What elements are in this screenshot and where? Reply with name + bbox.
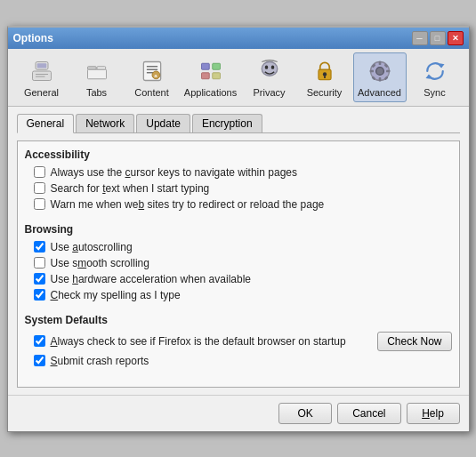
toolbar-sync-label: Sync [424, 87, 445, 98]
search-text-label[interactable]: Search for text when I start typing [51, 182, 210, 195]
toolbar-applications[interactable]: Applications [181, 52, 241, 102]
autoscroll-checkbox[interactable] [34, 241, 45, 253]
toolbar-tabs[interactable]: Tabs [70, 52, 124, 102]
crash-reports-checkbox[interactable] [34, 355, 45, 366]
toolbar-security-label: Security [307, 87, 343, 98]
svg-rect-2 [32, 71, 51, 81]
svg-rect-5 [87, 66, 96, 69]
gear-icon [28, 57, 56, 85]
toolbar-applications-label: Applications [184, 87, 237, 98]
svg-rect-17 [212, 72, 220, 78]
content-area: General Network Update Encryption Access… [8, 107, 469, 395]
hw-accel-checkbox[interactable] [34, 273, 45, 285]
default-browser-checkbox[interactable] [34, 335, 45, 347]
minimize-button[interactable]: ─ [412, 31, 428, 45]
warn-redirect-label[interactable]: Warn me when web sites try to redirect o… [51, 198, 325, 211]
toolbar-content-label: Content [134, 87, 169, 98]
applications-icon [197, 57, 225, 85]
toolbar-security[interactable]: Security [298, 52, 351, 102]
spell-check-checkbox[interactable] [34, 289, 45, 301]
tab-network[interactable]: Network [76, 114, 134, 132]
list-item: Submit crash reports [34, 355, 452, 367]
svg-point-19 [264, 65, 268, 68]
toolbar-general[interactable]: General [15, 52, 69, 102]
svg-rect-15 [212, 63, 220, 69]
toolbar-content[interactable]: a Content [125, 52, 179, 102]
cancel-button[interactable]: Cancel [337, 403, 400, 424]
svg-rect-28 [369, 69, 373, 72]
toolbar-advanced-label: Advanced [358, 87, 401, 98]
options-window: Options ─ □ ✕ General [7, 26, 470, 432]
list-item: Always check to see if Firefox is the de… [34, 332, 452, 351]
toolbar-privacy[interactable]: Privacy [243, 52, 296, 102]
toolbar-advanced[interactable]: Advanced [353, 52, 407, 102]
spell-check-label[interactable]: Check my spelling as I type [51, 289, 181, 301]
svg-rect-16 [201, 72, 209, 78]
toolbar-general-label: General [24, 87, 59, 98]
titlebar: Options ─ □ ✕ [8, 28, 469, 49]
svg-rect-1 [36, 63, 46, 68]
advanced-icon [366, 57, 394, 85]
svg-point-25 [375, 67, 383, 75]
list-item: Always use the cursor keys to navigate w… [34, 166, 452, 179]
list-item: Warn me when web sites try to redirect o… [34, 198, 452, 211]
svg-rect-6 [97, 66, 106, 69]
svg-rect-29 [386, 69, 390, 72]
tab-encryption[interactable]: Encryption [192, 114, 262, 132]
system-defaults-items: Always check to see if Firefox is the de… [25, 332, 452, 367]
svg-text:a: a [154, 72, 157, 78]
smooth-scroll-label[interactable]: Use smooth scrolling [51, 257, 149, 269]
tabs-icon [83, 57, 111, 85]
svg-rect-27 [378, 77, 381, 81]
tab-update[interactable]: Update [136, 114, 190, 132]
cursor-keys-label[interactable]: Always use the cursor keys to navigate w… [51, 166, 297, 179]
toolbar-privacy-label: Privacy [253, 87, 285, 98]
check-now-button[interactable]: Check Now [377, 332, 451, 351]
accessibility-section: Accessibility Always use the cursor keys… [25, 148, 452, 211]
panel: Accessibility Always use the cursor keys… [17, 140, 460, 388]
accessibility-title: Accessibility [25, 148, 452, 161]
privacy-icon [255, 57, 284, 85]
help-button[interactable]: Help [407, 403, 460, 424]
content-icon: a [138, 57, 166, 85]
list-item: Search for text when I start typing [34, 182, 452, 195]
svg-point-22 [322, 72, 326, 76]
close-button[interactable]: ✕ [448, 31, 464, 45]
cursor-keys-checkbox[interactable] [34, 166, 45, 178]
browsing-section: Browsing Use autoscrolling Use smooth sc… [25, 223, 452, 301]
accessibility-items: Always use the cursor keys to navigate w… [25, 166, 452, 211]
search-text-checkbox[interactable] [34, 182, 45, 194]
list-item: Check my spelling as I type [34, 289, 452, 301]
crash-reports-label[interactable]: Submit crash reports [51, 355, 149, 367]
toolbar-tabs-label: Tabs [86, 87, 107, 98]
list-item: Use hardware acceleration when available [34, 273, 452, 285]
system-defaults-section: System Defaults Always check to see if F… [25, 314, 452, 367]
maximize-button[interactable]: □ [430, 31, 446, 45]
system-defaults-title: System Defaults [25, 314, 452, 326]
svg-rect-14 [201, 63, 209, 69]
browsing-title: Browsing [25, 223, 452, 236]
list-item: Use autoscrolling [34, 241, 452, 253]
browsing-items: Use autoscrolling Use smooth scrolling U… [25, 241, 452, 301]
svg-rect-7 [87, 69, 106, 79]
default-browser-label[interactable]: Always check to see if Firefox is the de… [51, 335, 373, 348]
list-item: Use smooth scrolling [34, 257, 452, 269]
hw-accel-label[interactable]: Use hardware acceleration when available [51, 273, 252, 285]
warn-redirect-checkbox[interactable] [34, 198, 45, 210]
smooth-scroll-checkbox[interactable] [34, 257, 45, 269]
svg-point-20 [270, 65, 274, 68]
security-icon [311, 57, 339, 85]
tab-general[interactable]: General [17, 114, 75, 133]
ok-button[interactable]: OK [278, 403, 332, 424]
tab-bar: General Network Update Encryption [17, 114, 460, 133]
titlebar-buttons: ─ □ ✕ [412, 31, 464, 45]
window-title: Options [13, 32, 53, 44]
autoscroll-label[interactable]: Use autoscrolling [51, 241, 133, 253]
sync-icon [421, 57, 449, 85]
svg-rect-26 [378, 60, 381, 64]
toolbar: General Tabs a [8, 49, 469, 107]
bottom-bar: OK Cancel Help [8, 395, 469, 431]
toolbar-sync[interactable]: Sync [408, 52, 462, 102]
titlebar-title: Options [13, 32, 53, 44]
